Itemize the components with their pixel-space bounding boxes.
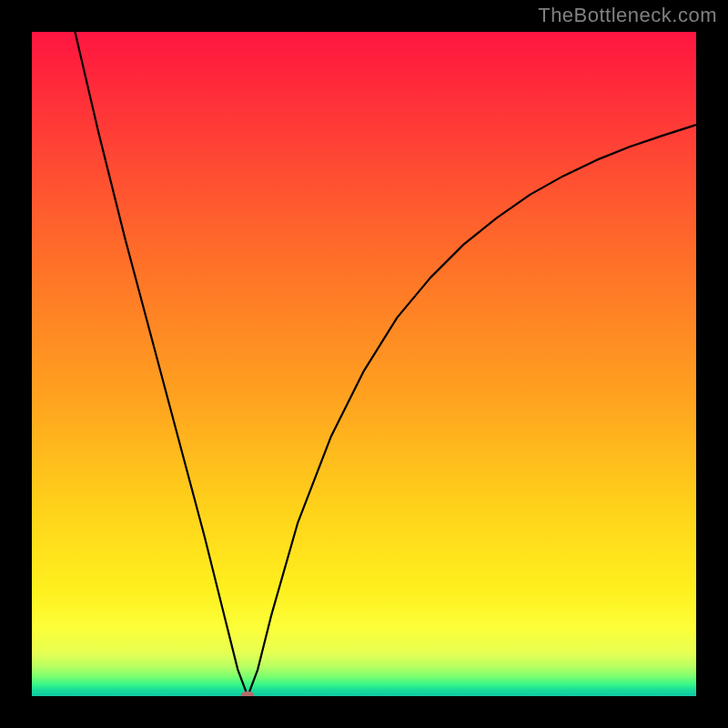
chart-container: TheBottleneck.com bbox=[0, 0, 728, 728]
plot-area bbox=[32, 32, 696, 696]
minimum-point-marker bbox=[241, 692, 255, 697]
bottleneck-curve bbox=[32, 32, 696, 696]
watermark-text: TheBottleneck.com bbox=[538, 4, 717, 27]
